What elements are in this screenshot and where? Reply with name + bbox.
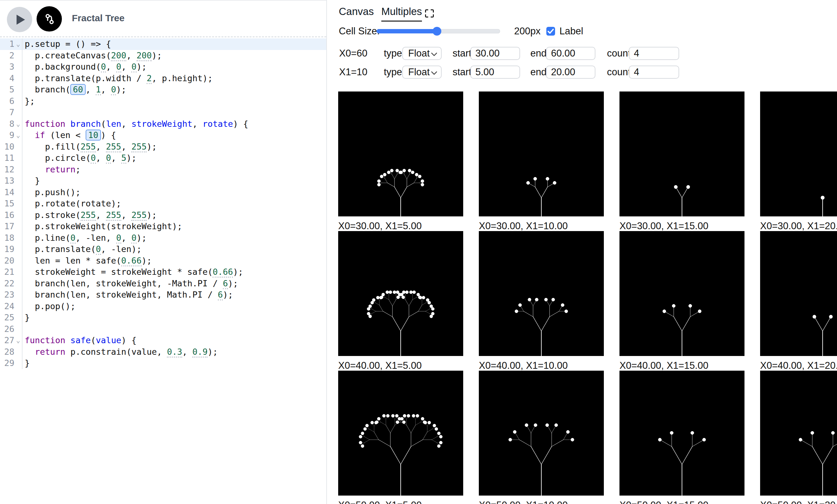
multiples-tile: X0=30.00, X1=15.00 [620,92,745,232]
fold-chevron-icon [14,346,22,358]
code-line: 19 p.translate(0, -len); [0,244,326,255]
param-start-input[interactable] [470,66,520,79]
tree-canvas [479,92,604,217]
param-value-box[interactable]: 60 [70,84,86,95]
param-end-input[interactable] [546,47,595,60]
code-line: 27⌄function safe(value) { [0,335,326,346]
param-count-input[interactable] [629,66,679,79]
line-number: 12 [0,164,14,175]
label-checkbox-text: Label [559,24,583,38]
code-line: 7 [0,107,326,118]
line-number: 26 [0,323,14,335]
tree-canvas [479,371,604,496]
code-text: } [22,175,40,187]
tile-label: X0=40.00, X1=10.00 [479,360,604,371]
code-text: p.rotate(rotate); [22,198,121,209]
code-fork-icon [42,12,56,26]
param-type-select[interactable]: Float [402,66,442,79]
line-number: 14 [0,187,14,198]
line-number: 27 [0,335,14,346]
line-number: 6 [0,96,14,107]
code-line: 22 branch(len, strokeWeight, -Math.PI / … [0,278,326,290]
fold-chevron-icon [14,107,22,118]
code-text: branch(60, 1, 0); [22,84,126,96]
tree-canvas [620,231,745,356]
code-line: 4 p.translate(p.width / 2, p.height); [0,73,326,84]
line-number: 18 [0,232,14,244]
code-line: 20 len = len * safe(0.66); [0,255,326,267]
multiples-tile: X0=30.00, X1=5.00 [338,92,463,232]
fold-chevron-icon[interactable]: ⌄ [14,38,22,50]
line-number: 5 [0,84,14,96]
fold-chevron-icon [14,84,22,96]
fold-chevron-icon[interactable]: ⌄ [14,130,22,141]
code-text: p.fill(255, 255, 255); [22,141,157,153]
code-line: 13 } [0,175,326,187]
code-text: p.translate(0, -len); [22,244,142,255]
code-editor[interactable]: 1⌄p.setup = () => {2 p.createCanvas(200,… [0,37,326,369]
code-text: p.createCanvas(200, 200); [22,50,162,61]
multiples-tile: X0=40.00, X1=5.00 [338,231,463,371]
line-number: 8 [0,118,14,130]
sketch-logo-button[interactable] [37,6,62,32]
chevron-down-icon [431,53,437,56]
param-type-label: type [384,66,402,79]
code-text: p.pop(); [22,301,76,312]
param-end-label: end [530,66,547,79]
tab-multiples[interactable]: Multiples [381,6,422,21]
fold-chevron-icon [14,278,22,290]
code-text: if (len < 10) { [22,130,116,141]
fold-chevron-icon [14,244,22,255]
fullscreen-corners-icon [425,10,428,13]
fold-chevron-icon [14,61,22,73]
code-line: 1⌄p.setup = () => { [0,38,326,50]
run-button[interactable] [7,7,32,32]
tree-canvas [620,92,745,217]
param-count-input[interactable] [629,47,679,60]
code-line: 25} [0,312,326,323]
code-text: } [22,312,30,323]
code-text [22,107,25,118]
param-end-label: end [530,47,547,60]
param-name: X1=10 [339,66,368,79]
tile-label: X0=30.00, X1=20.00 [760,221,837,232]
code-text: return p.constrain(value, 0.3, 0.9); [22,346,218,358]
code-line: 12 return; [0,164,326,175]
param-start-input[interactable] [470,47,520,60]
tab-canvas[interactable]: Canvas [339,6,374,21]
label-checkbox[interactable] [546,27,555,36]
chevron-down-icon [431,71,437,75]
fold-chevron-icon [14,312,22,323]
param-type-select[interactable]: Float [402,47,442,60]
param-end-input[interactable] [546,66,595,79]
cell-size-slider[interactable] [377,29,500,33]
tree-canvas [338,371,463,496]
slider-fill [377,29,437,33]
line-number: 10 [0,141,14,153]
tile-label: X0=30.00, X1=10.00 [479,221,604,232]
line-number: 28 [0,346,14,358]
tile-label: X0=50.00, X1=15.00 [620,500,745,504]
fold-chevron-icon[interactable]: ⌄ [14,335,22,346]
param-value-box[interactable]: 10 [86,130,101,141]
tile-label: X0=30.00, X1=5.00 [338,221,463,232]
code-line: 29} [0,357,326,369]
fold-chevron-icon[interactable]: ⌄ [14,118,22,130]
line-number: 11 [0,152,14,164]
code-line: 16 p.stroke(255, 255, 255); [0,209,326,221]
multiples-tile: X0=50.00, X1=15.00 [620,371,745,504]
code-line: 2 p.createCanvas(200, 200); [0,50,326,61]
param-row-x1: X1=10typeFloatstartendcount [327,66,837,79]
line-number: 3 [0,61,14,73]
code-line: 11 p.circle(0, 0, 5); [0,152,326,164]
line-number: 16 [0,209,14,221]
line-number: 19 [0,244,14,255]
code-line: 3 p.background(0, 0, 0); [0,61,326,73]
code-text: p.push(); [22,187,81,198]
code-text: p.strokeWeight(strokeWeight); [22,221,182,232]
slider-thumb[interactable] [432,27,441,36]
multiples-tile: X0=40.00, X1=20.00 [760,231,837,371]
code-text: len = len * safe(0.66); [22,255,152,267]
fullscreen-button[interactable] [425,10,434,18]
code-line: 21 strokeWeight = strokeWeight * safe(0.… [0,266,326,278]
